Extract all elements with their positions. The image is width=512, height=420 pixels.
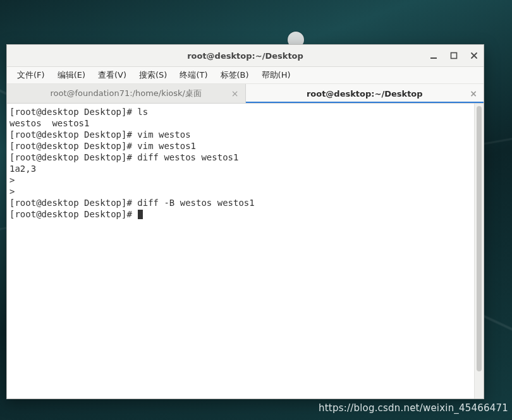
terminal-line: [root@desktop Desktop]# vim westos1 xyxy=(9,140,472,152)
window-titlebar[interactable]: root@desktop:~/Desktop xyxy=(7,45,484,67)
tab-1-label: root@foundation71:/home/kiosk/桌面 xyxy=(50,88,202,99)
terminal-line: [root@desktop Desktop]# xyxy=(9,208,472,220)
terminal-line: westos westos1 xyxy=(9,117,472,129)
terminal-line: 1a2,3 xyxy=(9,163,472,174)
menu-tabs[interactable]: 标签(B) xyxy=(214,68,255,82)
tab-1-close-icon[interactable]: × xyxy=(231,89,239,98)
menubar: 文件(F) 编辑(E) 查看(V) 搜索(S) 终端(T) 标签(B) 帮助(H… xyxy=(7,67,484,84)
minimize-button[interactable] xyxy=(428,50,439,61)
terminal-output[interactable]: [root@desktop Desktop]# lswestos westos1… xyxy=(7,104,474,399)
terminal-line: [root@desktop Desktop]# ls xyxy=(9,106,472,117)
attribution-text: https://blog.csdn.net/weixin_45466471 xyxy=(319,402,508,414)
tab-2-close-icon[interactable]: × xyxy=(470,89,477,98)
menu-edit[interactable]: 编辑(E) xyxy=(51,68,92,82)
desktop-wallpaper: root@desktop:~/Desktop 文件(F) 编辑(E) 查看(V)… xyxy=(0,0,512,420)
menu-file[interactable]: 文件(F) xyxy=(11,68,51,82)
tab-2[interactable]: root@desktop:~/Desktop × xyxy=(246,84,484,103)
menu-search[interactable]: 搜索(S) xyxy=(133,68,173,82)
scrollbar-thumb[interactable] xyxy=(477,106,482,371)
menu-terminal[interactable]: 终端(T) xyxy=(173,68,214,82)
terminal-window: root@desktop:~/Desktop 文件(F) 编辑(E) 查看(V)… xyxy=(6,44,484,399)
tab-1[interactable]: root@foundation71:/home/kiosk/桌面 × xyxy=(7,84,246,103)
terminal-tabbar: root@foundation71:/home/kiosk/桌面 × root@… xyxy=(7,84,484,104)
maximize-button[interactable] xyxy=(448,50,460,61)
terminal-line: > xyxy=(9,186,472,197)
terminal-line: [root@desktop Desktop]# diff westos west… xyxy=(9,152,472,163)
terminal-body: [root@desktop Desktop]# lswestos westos1… xyxy=(7,104,484,399)
svg-rect-0 xyxy=(430,57,437,59)
terminal-scrollbar[interactable] xyxy=(474,104,484,399)
terminal-cursor xyxy=(138,210,143,219)
menu-view[interactable]: 查看(V) xyxy=(92,68,133,82)
close-button[interactable] xyxy=(468,50,480,61)
menu-help[interactable]: 帮助(H) xyxy=(255,68,297,82)
terminal-line: [root@desktop Desktop]# diff -B westos w… xyxy=(9,197,472,208)
svg-rect-1 xyxy=(451,53,457,59)
window-controls xyxy=(428,45,480,66)
window-title: root@desktop:~/Desktop xyxy=(187,51,303,61)
tab-2-label: root@desktop:~/Desktop xyxy=(307,89,423,99)
terminal-line: > xyxy=(9,174,472,186)
terminal-line: [root@desktop Desktop]# vim westos xyxy=(9,129,472,140)
